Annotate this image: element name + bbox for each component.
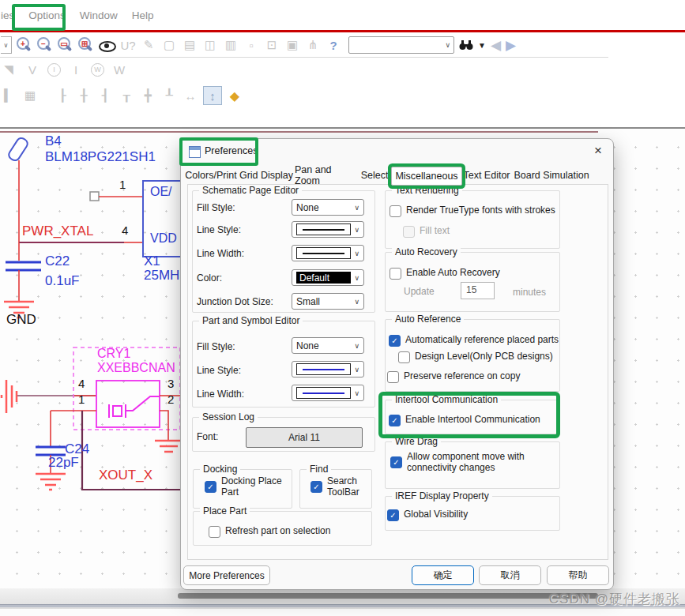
horizontal-scrollbar-thumb[interactable] [178, 593, 598, 599]
group-title: Auto Reference [392, 314, 464, 325]
zoom-region-icon[interactable]: ▭ [56, 36, 73, 54]
menu-item-window[interactable]: Window [73, 9, 125, 21]
line-style-select[interactable]: ∨ [292, 221, 364, 238]
checkbox-allow-component-move[interactable]: ✓ Allow component move with connectivity… [390, 451, 540, 473]
zoom-in-icon[interactable]: + [15, 36, 32, 54]
paste-project-icon: ▣ [284, 36, 301, 54]
find-next-icon[interactable]: ▶ [506, 37, 516, 54]
more-preferences-button[interactable]: More Preferences [183, 565, 270, 585]
checkbox-search-toolbar[interactable]: ✓ Search ToolBar [311, 475, 367, 498]
help-button[interactable]: 帮助 [547, 565, 609, 585]
part-value-b4[interactable]: BLM18PG221SH1 [45, 149, 156, 165]
preferences-dialog: Preferences × Colors/Print Grid Display … [180, 138, 614, 590]
close-icon[interactable]: × [594, 143, 602, 159]
ground-symbol-c24[interactable] [36, 474, 66, 490]
menu-item-help[interactable]: Help [125, 9, 161, 21]
checkbox-global-visibility[interactable]: ✓ Global Visibility [387, 509, 468, 521]
auto-recovery-interval-input[interactable]: 15 [461, 282, 495, 299]
search-options-chevron-icon[interactable]: ▼ [478, 41, 486, 50]
visibility-icon[interactable] [97, 36, 116, 54]
group-title: Session Log [199, 411, 258, 423]
checkbox-design-level-pcb[interactable]: Design Level(Only PCB designs) [398, 351, 553, 363]
line-width-swatch [296, 247, 351, 259]
menu-item-options[interactable]: Options [21, 9, 73, 21]
checkbox-docking-place-part[interactable]: ✓ Docking Place Part [205, 475, 284, 498]
binoculars-search-icon[interactable] [459, 39, 473, 51]
dialog-titlebar[interactable]: Preferences × [181, 139, 613, 165]
fill-style-value-pse: None [296, 340, 319, 351]
align-middle-icon: ╋ [139, 87, 156, 104]
find-previous-icon[interactable]: ◀ [491, 37, 501, 54]
checkbox-refresh-part-on-selection[interactable]: Refresh part on selection [209, 525, 330, 538]
group-title: Place Part [200, 505, 250, 516]
zoom-out-icon[interactable]: − [36, 36, 53, 54]
part-value-c24[interactable]: 22pF [48, 455, 79, 471]
minutes-label: minutes [513, 287, 546, 298]
watermark-text: CSDN @硬件老搬张 [549, 590, 680, 608]
ok-button[interactable]: 确定 [412, 565, 474, 585]
part-value-x1[interactable]: 25MH [144, 268, 179, 284]
chevron-down-icon: ∨ [354, 389, 359, 397]
update-label: Update [404, 286, 435, 297]
net-label-gnd[interactable]: GND [6, 312, 36, 328]
line-width-select-pse[interactable]: ∨ [292, 385, 364, 401]
line-style-select-pse[interactable]: ∨ [292, 361, 364, 377]
junction-dot-size-value: Small [296, 296, 320, 307]
probe-icon: ◥ [0, 61, 17, 78]
capacitor-c24-symbol[interactable] [36, 447, 66, 455]
pin-stub-square[interactable] [90, 192, 99, 201]
line-width-select[interactable]: ∨ [292, 245, 364, 261]
fill-style-label-pse: Fill Style: [197, 341, 235, 352]
tab-text-editor[interactable]: Text Editor [462, 167, 511, 184]
ref-des-b4[interactable]: B4 [45, 133, 62, 149]
search-input[interactable] [356, 38, 445, 52]
tab-grid-display[interactable]: Grid Display [238, 167, 295, 184]
checkbox-preserve-reference-on-copy[interactable]: Preserve reference on copy [387, 370, 520, 383]
checkbox-render-truetype-strokes[interactable]: Render TrueType fonts with strokes [390, 205, 555, 217]
font-button[interactable]: Arial 11 [246, 427, 363, 448]
tab-colors-print[interactable]: Colors/Print [184, 167, 238, 184]
chevron-down-icon: ∨ [354, 250, 359, 257]
tag-icon[interactable]: ◆ [226, 87, 243, 104]
menu-item-partial[interactable]: ies [0, 9, 21, 21]
ferrite-bead-symbol[interactable] [7, 137, 29, 163]
checkbox-label: Global Visibility [404, 509, 468, 520]
capacitor-c22-symbol[interactable] [6, 262, 41, 270]
color-select[interactable]: Default ∨ [292, 269, 364, 286]
fill-style-select[interactable]: None ∨ [292, 199, 364, 216]
checkbox-label: Enable Intertool Communication [405, 414, 540, 425]
part-value-c22[interactable]: 0.1uF [45, 273, 79, 289]
checkbox-label: Refresh part on selection [225, 525, 330, 536]
tab-miscellaneous[interactable]: Miscellaneous [391, 167, 462, 186]
checkbox-label: Enable Auto Recovery [406, 267, 500, 278]
crystal-cry1-symbol[interactable] [96, 381, 160, 427]
zoom-all-icon[interactable]: ⊞ [77, 36, 94, 54]
checkbox-fill-text: Fill text [403, 225, 450, 238]
part-value-cry1[interactable]: XXEBBCNAN [97, 361, 115, 378]
checkbox-enable-intertool-communication[interactable]: ✓ Enable Intertool Communication [389, 414, 540, 426]
ref-des-c22[interactable]: C22 [45, 254, 70, 269]
group-title: Docking [200, 464, 240, 475]
fill-style-select-pse[interactable]: None ∨ [292, 337, 364, 354]
net-label-pwr-xtal[interactable]: PWR_XTAL [22, 223, 93, 239]
checkbox-auto-reference-placed-parts[interactable]: ✓ Automatically reference placed parts [389, 334, 559, 347]
cancel-button[interactable]: 取消 [479, 565, 541, 585]
tab-board-simulation[interactable]: Board Simulation [511, 167, 592, 184]
tab-pan-and-zoom[interactable]: Pan and Zoom [295, 167, 358, 184]
search-combobox[interactable]: ∨ [348, 36, 454, 54]
net-label-xout-x[interactable]: XOUT_X [99, 468, 152, 483]
help-icon[interactable]: ? [325, 36, 342, 54]
ref-des-x1[interactable]: X1 [144, 254, 160, 269]
tab-select[interactable]: Select [358, 167, 391, 184]
line-width-label-pse: Line Width: [197, 389, 244, 400]
junction-dot-size-select[interactable]: Small ∨ [292, 293, 364, 310]
chevron-down-icon[interactable]: ∨ [445, 41, 450, 49]
zoom-level-combobox[interactable]: ∨ [1, 36, 12, 54]
ground-symbol-right[interactable] [155, 441, 183, 452]
ground-symbol-left[interactable] [2, 380, 17, 413]
hierarchy-icon: ⋔ [304, 36, 322, 54]
align-center-icon: ╂ [75, 87, 92, 104]
fill-style-value: None [296, 202, 319, 213]
checkbox-enable-auto-recovery[interactable]: Enable Auto Recovery [390, 267, 500, 280]
copy-project-icon: ⊡ [263, 36, 280, 54]
